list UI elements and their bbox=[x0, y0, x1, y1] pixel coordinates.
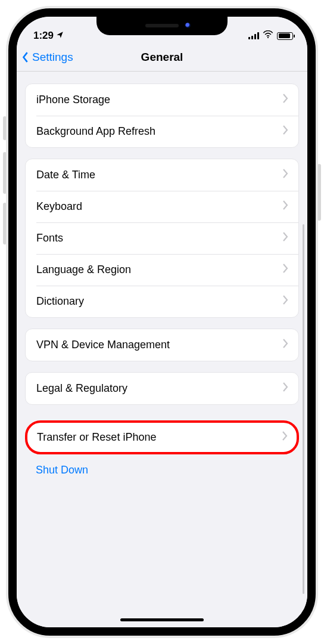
status-time: 1:29 bbox=[33, 30, 54, 42]
svg-point-0 bbox=[267, 37, 269, 38]
chevron-right-icon bbox=[282, 168, 289, 182]
group-input-locale: Date & Time Keyboard Fonts Language & Re… bbox=[25, 159, 299, 318]
back-button[interactable]: Settings bbox=[21, 51, 73, 64]
status-time-area: 1:29 bbox=[33, 30, 64, 42]
row-transfer-or-reset-iphone[interactable]: Transfer or Reset iPhone bbox=[27, 423, 297, 452]
row-language-region[interactable]: Language & Region bbox=[26, 254, 298, 286]
row-label: iPhone Storage bbox=[36, 94, 110, 106]
chevron-right-icon bbox=[282, 125, 289, 138]
cellular-icon bbox=[248, 32, 259, 39]
home-indicator[interactable] bbox=[120, 618, 204, 621]
group-storage: iPhone Storage Background App Refresh bbox=[25, 83, 299, 148]
row-label: Keyboard bbox=[36, 200, 82, 213]
location-icon bbox=[56, 30, 64, 42]
chevron-right-icon bbox=[282, 231, 289, 245]
settings-content[interactable]: iPhone Storage Background App Refresh Da… bbox=[17, 83, 307, 484]
row-fonts[interactable]: Fonts bbox=[26, 222, 298, 254]
device-notch bbox=[96, 16, 228, 35]
chevron-right-icon bbox=[281, 431, 288, 444]
back-label: Settings bbox=[32, 51, 73, 64]
row-label: Transfer or Reset iPhone bbox=[37, 431, 156, 444]
row-label: Language & Region bbox=[36, 264, 131, 276]
group-vpn: VPN & Device Management bbox=[25, 329, 299, 361]
mute-switch bbox=[3, 116, 7, 140]
chevron-right-icon bbox=[282, 338, 289, 352]
row-dictionary[interactable]: Dictionary bbox=[26, 286, 298, 317]
volume-up-button bbox=[3, 152, 7, 194]
power-button bbox=[317, 164, 321, 221]
row-background-app-refresh[interactable]: Background App Refresh bbox=[26, 116, 298, 147]
chevron-right-icon bbox=[282, 200, 289, 213]
row-label: Shut Down bbox=[36, 464, 88, 476]
row-label: Background App Refresh bbox=[36, 125, 155, 138]
group-legal: Legal & Regulatory bbox=[25, 372, 299, 405]
nav-bar: Settings General bbox=[17, 43, 307, 72]
wifi-icon bbox=[263, 30, 273, 42]
status-right bbox=[248, 30, 293, 42]
row-shut-down[interactable]: Shut Down bbox=[25, 457, 299, 484]
highlight-annotation: Transfer or Reset iPhone bbox=[25, 420, 299, 454]
row-date-time[interactable]: Date & Time bbox=[26, 159, 298, 191]
row-vpn-device-management[interactable]: VPN & Device Management bbox=[26, 329, 298, 361]
device-frame: 1:29 Settings General bbox=[8, 8, 316, 636]
row-label: Legal & Regulatory bbox=[36, 382, 127, 395]
volume-down-button bbox=[3, 203, 7, 244]
row-label: Date & Time bbox=[36, 169, 95, 181]
row-iphone-storage[interactable]: iPhone Storage bbox=[26, 84, 298, 116]
chevron-right-icon bbox=[282, 295, 289, 308]
chevron-left-icon bbox=[21, 51, 30, 64]
row-label: VPN & Device Management bbox=[36, 339, 170, 351]
vertical-scrollbar[interactable] bbox=[303, 224, 304, 594]
device-speaker bbox=[145, 24, 179, 27]
chevron-right-icon bbox=[282, 382, 289, 395]
battery-icon bbox=[277, 32, 293, 40]
row-legal-regulatory[interactable]: Legal & Regulatory bbox=[26, 373, 298, 404]
chevron-right-icon bbox=[282, 93, 289, 107]
row-label: Dictionary bbox=[36, 295, 84, 308]
screen: 1:29 Settings General bbox=[17, 17, 307, 627]
chevron-right-icon bbox=[282, 263, 289, 277]
row-keyboard[interactable]: Keyboard bbox=[26, 191, 298, 222]
row-label: Fonts bbox=[36, 232, 63, 244]
